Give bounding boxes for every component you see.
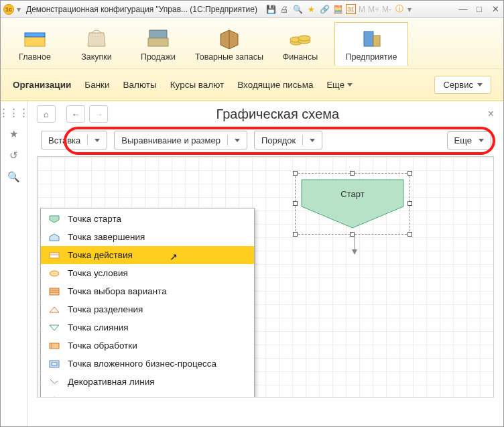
resize-handle[interactable]	[350, 171, 355, 176]
save-icon[interactable]: 💾	[265, 4, 276, 15]
svg-rect-18	[50, 253, 59, 258]
titlebar-quick-icons: 💾 🖨 🔍 ★ 🔗 🧮 31 M M+ M- ⓘ ▾	[265, 4, 414, 15]
insert-menu-item-label: Точка действия	[68, 250, 133, 260]
subnav-currencies[interactable]: Валюты	[123, 80, 157, 90]
insert-menu-item-label: Декорация	[68, 395, 113, 398]
link-icon[interactable]: 🔗	[319, 4, 330, 15]
start-shape[interactable]: Старт	[299, 177, 406, 231]
app-menu-dropdown[interactable]: ▾	[17, 5, 23, 14]
more-button[interactable]: Еще	[447, 131, 491, 149]
chevron-down-icon	[235, 139, 240, 142]
ribbon-tab-sales[interactable]: Продажи	[131, 23, 186, 66]
insert-menu-item[interactable]: Точка старта	[41, 210, 254, 228]
subnav-inbox[interactable]: Входящие письма	[237, 80, 313, 90]
ribbon-tab-finance[interactable]: Финансы	[273, 23, 328, 66]
insert-menu-item-label: Точка разделения	[68, 304, 143, 314]
chevron-down-icon	[347, 83, 353, 86]
svg-marker-13	[302, 180, 403, 228]
merge-point-icon	[49, 323, 60, 332]
memory-mplus-icon[interactable]: M+	[368, 5, 379, 14]
memory-mminus-icon[interactable]: M-	[382, 5, 391, 14]
resize-handle[interactable]	[407, 171, 412, 176]
svg-rect-1	[25, 33, 45, 37]
nav-home-button[interactable]: ⌂	[37, 105, 56, 123]
chevron-down-icon	[310, 139, 315, 142]
subnav-more[interactable]: Еще	[326, 80, 352, 90]
choice-point-icon	[49, 287, 60, 296]
schema-toolbar: Вставка Выравнивание и размер Порядок Ещ…	[37, 125, 494, 155]
insert-menu-item[interactable]: Точка слияния	[41, 318, 254, 337]
insert-menu-item[interactable]: Точка выбора варианта	[41, 282, 254, 300]
subnav-banks[interactable]: Банки	[84, 80, 109, 90]
svg-rect-12	[373, 36, 380, 46]
resize-handle[interactable]	[293, 232, 298, 237]
apps-icon[interactable]: ⋮⋮⋮	[8, 107, 20, 119]
resize-handle[interactable]	[293, 201, 298, 206]
condition-point-icon	[49, 269, 60, 278]
ribbon-tab-inventory[interactable]: Товарные запасы	[192, 23, 266, 66]
schema-canvas[interactable]: Старт Точка стартаТочка завершенияТочка …	[37, 156, 494, 398]
ribbon-tab-main[interactable]: Главное	[7, 23, 62, 66]
insert-menu-item[interactable]: Точка условия	[41, 264, 254, 282]
service-button-label: Сервис	[443, 80, 473, 90]
ribbon-tab-enterprise[interactable]: Предприятие	[334, 22, 408, 66]
svg-rect-29	[52, 363, 57, 365]
service-button[interactable]: Сервис	[434, 76, 491, 94]
insert-menu-item[interactable]: Точка действия↖	[41, 246, 254, 264]
subnav-organizations[interactable]: Организации	[13, 80, 71, 90]
ribbon-tab-label: Предприятие	[345, 52, 397, 62]
process-point-icon	[49, 341, 60, 351]
align-button[interactable]: Выравнивание и размер	[114, 131, 247, 149]
insert-menu-item[interactable]: Декорация	[41, 391, 254, 398]
chevron-down-icon	[479, 139, 484, 142]
ribbon-subnav: Организации Банки Валюты Курсы валют Вхо…	[1, 68, 503, 101]
resize-handle[interactable]	[293, 171, 298, 176]
memory-m-icon[interactable]: M	[359, 5, 365, 14]
decoration-icon	[49, 395, 60, 398]
page-close-button[interactable]: ×	[488, 108, 494, 120]
action-point-icon	[49, 251, 60, 260]
resize-handle[interactable]	[407, 201, 412, 206]
insert-menu-item-label: Точка вложенного бизнес-процесса	[68, 359, 216, 369]
print-icon[interactable]: 🖨	[279, 4, 290, 15]
resize-handle[interactable]	[407, 232, 412, 237]
ribbon-tab-label: Закупки	[81, 52, 112, 62]
svg-marker-30	[50, 397, 59, 398]
svg-marker-15	[352, 249, 357, 255]
insert-menu-item-label: Точка завершения	[68, 232, 145, 242]
insert-dropdown-menu: Точка стартаТочка завершенияТочка действ…	[40, 208, 255, 398]
svg-rect-0	[25, 37, 45, 46]
insert-menu-item[interactable]: Точка вложенного бизнес-процесса	[41, 355, 254, 373]
favorite-icon[interactable]: ★	[306, 4, 316, 15]
calculator-icon[interactable]: 🧮	[332, 4, 343, 15]
star-icon[interactable]: ★	[8, 128, 20, 140]
insert-menu-item[interactable]: Декоративная линия	[41, 373, 254, 391]
order-button[interactable]: Порядок	[254, 131, 322, 149]
minimize-button[interactable]: —	[458, 5, 468, 14]
search-icon[interactable]: 🔍	[8, 171, 20, 183]
insert-menu-item-label: Декоративная линия	[68, 377, 155, 387]
insert-button[interactable]: Вставка	[41, 131, 107, 149]
info-icon[interactable]: ⓘ	[394, 4, 405, 15]
close-button[interactable]: ✕	[490, 5, 501, 14]
maximize-button[interactable]: □	[474, 5, 485, 14]
insert-menu-item[interactable]: Точка разделения	[41, 300, 254, 318]
insert-menu-item[interactable]: Точка обработки	[41, 337, 254, 355]
svg-marker-2	[88, 33, 105, 46]
history-icon[interactable]: ↺	[8, 149, 20, 162]
calendar-icon[interactable]: 31	[346, 4, 356, 14]
svg-point-20	[50, 271, 59, 276]
subnav-rates[interactable]: Курсы валют	[170, 80, 225, 90]
info-dropdown[interactable]: ▾	[407, 5, 414, 14]
preview-icon[interactable]: 🔍	[292, 4, 303, 15]
ribbon-tab-purchases[interactable]: Закупки	[69, 23, 124, 66]
svg-rect-4	[148, 38, 168, 46]
split-point-icon	[49, 305, 60, 314]
start-shape-svg	[299, 177, 406, 231]
box-icon	[215, 25, 243, 50]
cash-register-icon	[144, 25, 172, 50]
insert-menu-item-label: Точка выбора варианта	[68, 286, 167, 296]
coins-icon	[286, 25, 314, 50]
insert-menu-item[interactable]: Точка завершения	[41, 228, 254, 246]
ribbon: Главное Закупки Продажи Товарные запасы …	[1, 18, 503, 101]
